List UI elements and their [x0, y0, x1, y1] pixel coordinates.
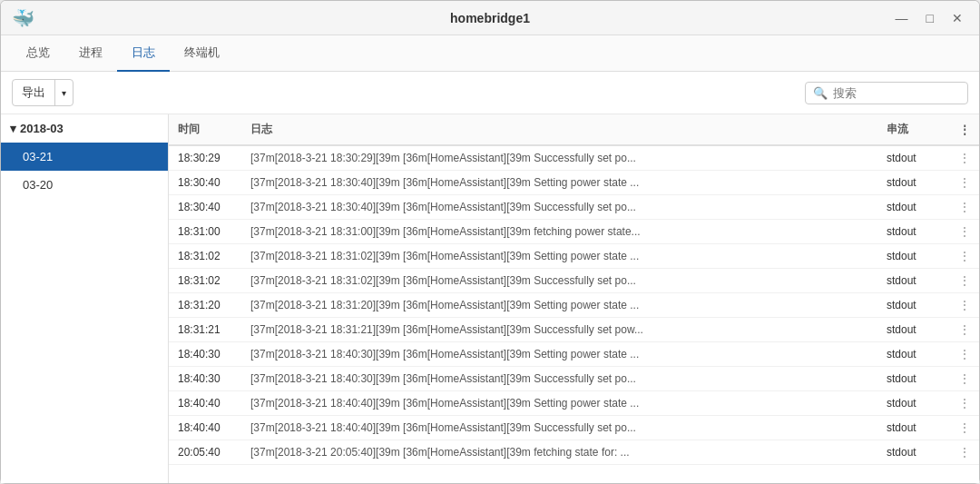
more-icon[interactable]: ⋮ — [959, 446, 970, 459]
log-table: 时间 日志 串流 ⋮ 18:30:29[37m[2018-3-21 18:30:… — [169, 114, 979, 483]
sidebar-group-2018-03[interactable]: ▾ 2018-03 — [1, 114, 168, 143]
export-label[interactable]: 导出 — [13, 80, 55, 105]
cell-more[interactable]: ⋮ — [950, 342, 979, 367]
cell-time: 18:30:29 — [169, 145, 241, 171]
more-icon[interactable]: ⋮ — [959, 299, 970, 311]
window-controls: — □ ✕ — [890, 9, 968, 27]
cell-stream: stdout — [877, 269, 950, 293]
cell-stream: stdout — [877, 171, 950, 195]
cell-log: [37m[2018-3-21 18:40:40][39m [36m[HomeAs… — [241, 416, 877, 440]
close-button[interactable]: ✕ — [946, 9, 968, 27]
cell-more[interactable]: ⋮ — [950, 220, 979, 244]
cell-stream: stdout — [877, 195, 950, 220]
table-row: 18:40:40[37m[2018-3-21 18:40:40][39m [36… — [169, 416, 979, 440]
cell-log: [37m[2018-3-21 18:30:40][39m [36m[HomeAs… — [241, 195, 877, 220]
cell-more[interactable]: ⋮ — [950, 269, 979, 293]
table-row: 18:30:40[37m[2018-3-21 18:30:40][39m [36… — [169, 171, 979, 195]
cell-log: [37m[2018-3-21 18:31:20][39m [36m[HomeAs… — [241, 293, 877, 318]
cell-time: 18:31:20 — [169, 293, 241, 318]
cell-stream: stdout — [877, 367, 950, 391]
cell-more[interactable]: ⋮ — [950, 367, 979, 391]
cell-time: 18:30:40 — [169, 171, 241, 195]
cell-more[interactable]: ⋮ — [950, 440, 979, 465]
tab-terminal[interactable]: 终端机 — [170, 35, 234, 72]
cell-log: [37m[2018-3-21 18:31:00][39m [36m[HomeAs… — [241, 220, 877, 244]
cell-log: [37m[2018-3-21 18:30:29][39m [36m[HomeAs… — [241, 145, 877, 171]
cell-time: 18:40:40 — [169, 416, 241, 440]
cell-more[interactable]: ⋮ — [950, 391, 979, 416]
table-row: 18:30:29[37m[2018-3-21 18:30:29][39m [36… — [169, 145, 979, 171]
cell-time: 20:05:40 — [169, 440, 241, 465]
cell-more[interactable]: ⋮ — [950, 244, 979, 269]
cell-time: 18:40:30 — [169, 367, 241, 391]
cell-log: [37m[2018-3-21 18:31:21][39m [36m[HomeAs… — [241, 318, 877, 342]
search-box[interactable]: 🔍 — [805, 82, 968, 104]
more-icon[interactable]: ⋮ — [959, 323, 970, 336]
cell-log: [37m[2018-3-21 18:30:40][39m [36m[HomeAs… — [241, 171, 877, 195]
search-input[interactable] — [833, 86, 960, 100]
table-row: 18:31:21[37m[2018-3-21 18:31:21][39m [36… — [169, 318, 979, 342]
more-icon[interactable]: ⋮ — [959, 201, 970, 213]
col-header-stream: 串流 — [877, 114, 950, 145]
col-header-time: 时间 — [169, 114, 241, 145]
more-icon[interactable]: ⋮ — [959, 421, 970, 434]
cell-log: [37m[2018-3-21 20:05:40][39m [36m[HomeAs… — [241, 440, 877, 465]
cell-stream: stdout — [877, 440, 950, 465]
cell-time: 18:31:02 — [169, 269, 241, 293]
more-icon[interactable]: ⋮ — [959, 397, 970, 410]
main-content: ▾ 2018-03 03-21 03-20 时间 日志 串流 ⋮ 18:30:2… — [1, 114, 979, 483]
more-icon[interactable]: ⋮ — [959, 372, 970, 385]
table-row: 18:31:20[37m[2018-3-21 18:31:20][39m [36… — [169, 293, 979, 318]
toolbar: 导出 ▾ 🔍 — [1, 72, 979, 114]
cell-stream: stdout — [877, 244, 950, 269]
more-icon[interactable]: ⋮ — [959, 152, 970, 164]
more-icon[interactable]: ⋮ — [959, 225, 970, 238]
table-row: 18:40:30[37m[2018-3-21 18:40:30][39m [36… — [169, 342, 979, 367]
more-icon[interactable]: ⋮ — [959, 274, 970, 287]
cell-log: [37m[2018-3-21 18:40:40][39m [36m[HomeAs… — [241, 391, 877, 416]
app-icon: 🐳 — [12, 7, 34, 29]
more-icon[interactable]: ⋮ — [959, 250, 970, 262]
cell-log: [37m[2018-3-21 18:40:30][39m [36m[HomeAs… — [241, 367, 877, 391]
tab-process[interactable]: 进程 — [64, 35, 117, 72]
cell-stream: stdout — [877, 416, 950, 440]
cell-stream: stdout — [877, 391, 950, 416]
tab-logs[interactable]: 日志 — [117, 35, 170, 72]
tab-overview[interactable]: 总览 — [12, 35, 64, 72]
titlebar: 🐳 homebridge1 — □ ✕ — [1, 1, 979, 35]
cell-stream: stdout — [877, 220, 950, 244]
col-header-log: 日志 — [241, 114, 877, 145]
more-icon[interactable]: ⋮ — [959, 348, 970, 361]
table-row: 18:31:02[37m[2018-3-21 18:31:02][39m [36… — [169, 269, 979, 293]
cell-more[interactable]: ⋮ — [950, 318, 979, 342]
sidebar-group-label: 2018-03 — [20, 122, 64, 135]
cell-more[interactable]: ⋮ — [950, 195, 979, 220]
cell-stream: stdout — [877, 318, 950, 342]
minimize-button[interactable]: — — [890, 9, 914, 27]
cell-more[interactable]: ⋮ — [950, 293, 979, 318]
cell-time: 18:30:40 — [169, 195, 241, 220]
table-row: 18:40:40[37m[2018-3-21 18:40:40][39m [36… — [169, 391, 979, 416]
toolbar-left: 导出 ▾ — [12, 79, 74, 106]
cell-log: [37m[2018-3-21 18:40:30][39m [36m[HomeAs… — [241, 342, 877, 367]
sidebar-item-03-20[interactable]: 03-20 — [1, 171, 168, 199]
table-row: 18:40:30[37m[2018-3-21 18:40:30][39m [36… — [169, 367, 979, 391]
cell-stream: stdout — [877, 342, 950, 367]
export-dropdown-icon[interactable]: ▾ — [55, 84, 73, 103]
col-header-more: ⋮ — [950, 114, 979, 145]
cell-time: 18:31:02 — [169, 244, 241, 269]
cell-more[interactable]: ⋮ — [950, 416, 979, 440]
titlebar-left: 🐳 — [12, 7, 34, 29]
search-icon: 🔍 — [813, 86, 828, 100]
tab-bar: 总览 进程 日志 终端机 — [1, 35, 979, 72]
cell-more[interactable]: ⋮ — [950, 171, 979, 195]
table-row: 18:30:40[37m[2018-3-21 18:30:40][39m [36… — [169, 195, 979, 220]
logs-table: 时间 日志 串流 ⋮ 18:30:29[37m[2018-3-21 18:30:… — [169, 114, 979, 465]
export-button[interactable]: 导出 ▾ — [12, 79, 74, 106]
sidebar-item-03-21[interactable]: 03-21 — [1, 143, 168, 171]
maximize-button[interactable]: □ — [921, 9, 939, 27]
cell-more[interactable]: ⋮ — [950, 145, 979, 171]
table-row: 18:31:02[37m[2018-3-21 18:31:02][39m [36… — [169, 244, 979, 269]
more-icon[interactable]: ⋮ — [959, 176, 970, 189]
table-row: 20:05:40[37m[2018-3-21 20:05:40][39m [36… — [169, 440, 979, 465]
